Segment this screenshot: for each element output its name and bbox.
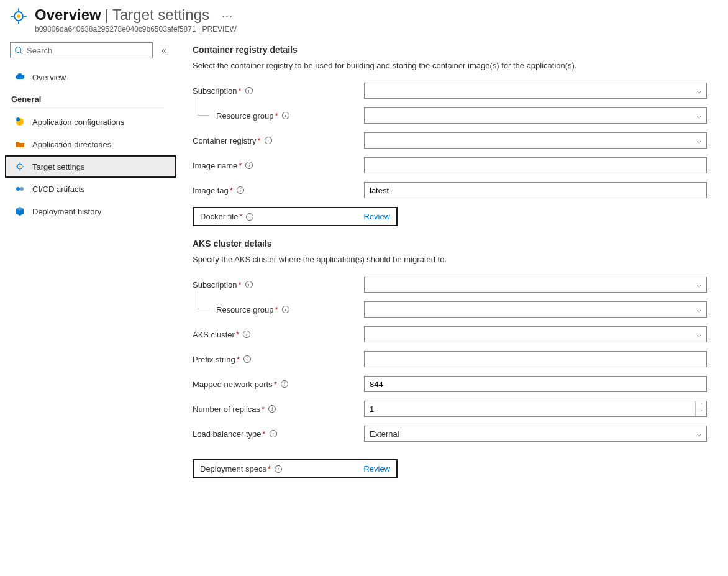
info-icon[interactable]: i — [245, 162, 253, 169]
svg-point-1 — [17, 14, 20, 18]
info-icon[interactable]: i — [275, 465, 282, 473]
stepper-up-icon[interactable]: ˄ — [696, 401, 706, 409]
image-name-label: Image name — [193, 161, 237, 170]
info-icon[interactable]: i — [270, 430, 277, 437]
info-icon[interactable]: i — [282, 112, 289, 119]
lb-type-select[interactable]: External⌵ — [364, 426, 707, 442]
prefix-string-label: Prefix string — [193, 355, 235, 364]
chevron-down-icon: ⌵ — [697, 281, 701, 289]
required-marker: * — [268, 464, 271, 473]
sidebar-item-label: Application configurations — [32, 117, 124, 127]
more-actions-button[interactable]: ··· — [222, 10, 233, 23]
info-icon[interactable]: i — [281, 380, 288, 388]
image-name-input[interactable] — [364, 157, 707, 173]
svg-line-7 — [20, 52, 23, 55]
replicas-label: Number of replicas — [193, 405, 260, 414]
aks-subscription-label: Subscription — [193, 280, 237, 290]
cube-icon — [15, 206, 25, 216]
docker-file-review-link[interactable]: Review — [363, 212, 390, 221]
sidebar-item-label: Target settings — [32, 162, 85, 171]
svg-point-11 — [19, 166, 21, 168]
chevron-down-icon: ⌵ — [697, 112, 701, 120]
subscription-select[interactable]: ⌵ — [364, 83, 707, 99]
required-marker: * — [239, 161, 242, 170]
pipeline-icon — [15, 184, 25, 194]
info-icon[interactable]: i — [245, 281, 253, 288]
sidebar-item-deploy-history[interactable]: Deployment history — [10, 200, 175, 222]
svg-point-17 — [20, 187, 24, 191]
required-marker: * — [236, 330, 239, 339]
aks-resource-group-select[interactable]: ⌵ — [364, 301, 707, 318]
replicas-stepper[interactable]: ˄ ˅ — [364, 401, 707, 417]
container-registry-select[interactable]: ⌵ — [364, 132, 707, 149]
collapse-sidebar-button[interactable]: « — [162, 45, 166, 55]
deployment-specs-row: Deployment specs * i Review — [193, 459, 398, 478]
config-icon — [15, 117, 25, 127]
sidebar-item-label: Application directories — [32, 140, 111, 149]
chevron-down-icon: ⌵ — [697, 137, 701, 145]
mapped-ports-label: Mapped network ports — [193, 380, 273, 389]
info-icon[interactable]: i — [268, 405, 276, 413]
chevron-down-icon: ⌵ — [697, 331, 701, 339]
target-resource-icon — [10, 7, 27, 25]
info-icon[interactable]: i — [246, 213, 253, 221]
search-input[interactable] — [10, 42, 153, 58]
sidebar-item-app-dirs[interactable]: Application directories — [10, 133, 175, 155]
aks-resource-group-label: Resource group — [216, 305, 274, 314]
lb-type-label: Load balancer type — [193, 429, 262, 439]
info-icon[interactable]: i — [282, 306, 289, 313]
mapped-ports-input[interactable] — [364, 376, 707, 392]
required-marker: * — [275, 305, 278, 314]
required-marker: * — [230, 186, 233, 195]
subscription-label: Subscription — [193, 86, 237, 96]
sidebar-item-cicd[interactable]: CI/CD artifacts — [10, 178, 175, 200]
search-icon — [14, 46, 23, 55]
stepper-down-icon[interactable]: ˅ — [696, 409, 706, 417]
target-icon — [15, 162, 25, 171]
info-icon[interactable]: i — [243, 331, 250, 338]
aks-section-desc: Specify the AKS cluster where the applic… — [193, 255, 707, 264]
aks-section-title: AKS cluster details — [193, 239, 707, 249]
sidebar-item-overview[interactable]: Overview — [10, 66, 175, 88]
svg-point-16 — [16, 187, 20, 191]
sidebar-item-app-config[interactable]: Application configurations — [10, 111, 175, 133]
required-marker: * — [262, 405, 265, 414]
aks-subscription-select[interactable]: ⌵ — [364, 277, 707, 293]
resource-group-select[interactable]: ⌵ — [364, 107, 707, 124]
sidebar-item-target-settings[interactable]: Target settings — [5, 155, 176, 178]
image-tag-input[interactable] — [364, 182, 707, 198]
info-icon[interactable]: i — [243, 355, 251, 363]
aks-cluster-label: AKS cluster — [193, 330, 235, 339]
docker-file-label: Docker file — [200, 212, 238, 221]
resource-group-label: Resource group — [216, 111, 274, 121]
prefix-string-input[interactable] — [364, 351, 707, 367]
required-marker: * — [274, 380, 277, 389]
required-marker: * — [263, 429, 266, 439]
registry-section-desc: Select the container registry to be used… — [193, 61, 707, 70]
aks-cluster-select[interactable]: ⌵ — [364, 326, 707, 342]
title-separator: | — [105, 6, 109, 24]
resource-meta: b09806da640638a295278e040c9b6503afef5871… — [35, 25, 718, 34]
main-content: Container registry details Select the co… — [180, 37, 714, 516]
sidebar-item-label: Overview — [32, 73, 66, 82]
folder-icon — [15, 139, 25, 149]
container-registry-label: Container registry — [193, 136, 257, 145]
info-icon[interactable]: i — [265, 137, 272, 144]
required-marker: * — [239, 212, 242, 221]
image-tag-label: Image tag — [193, 186, 229, 195]
deployment-specs-label: Deployment specs — [200, 464, 266, 473]
registry-section-title: Container registry details — [193, 45, 707, 55]
sidebar-group-general: General — [10, 88, 163, 108]
chevron-down-icon: ⌵ — [697, 87, 701, 95]
info-icon[interactable]: i — [245, 87, 253, 94]
info-icon[interactable]: i — [237, 186, 244, 194]
required-marker: * — [239, 280, 242, 290]
required-marker: * — [275, 111, 278, 121]
chevron-down-icon: ⌵ — [697, 306, 701, 314]
required-marker: * — [258, 136, 261, 145]
page-header: Overview | Target settings ··· b09806da6… — [0, 0, 728, 37]
cloud-icon — [15, 72, 25, 82]
page-subtitle: Target settings — [112, 6, 209, 24]
sidebar-item-label: Deployment history — [32, 207, 101, 216]
deployment-specs-review-link[interactable]: Review — [363, 464, 390, 473]
